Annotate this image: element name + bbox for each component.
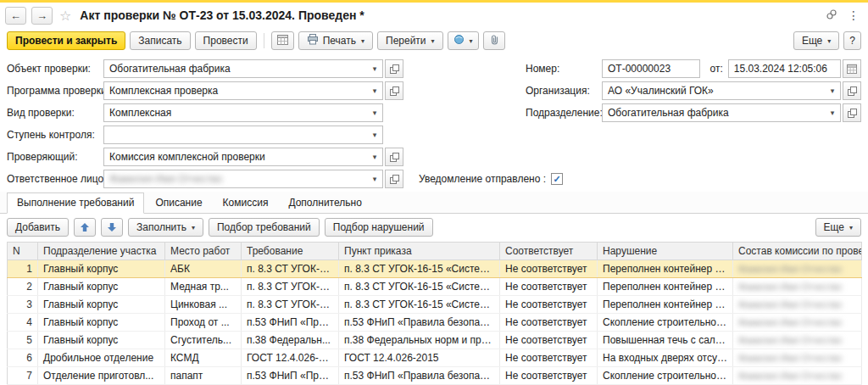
cell-req[interactable]: п.38 Федеральн... <box>242 332 339 349</box>
cell-n[interactable]: 1 <box>8 260 38 278</box>
cell-place[interactable]: папапт <box>165 367 242 385</box>
tab-additional[interactable]: Дополнительно <box>279 193 370 213</box>
col-header-violation[interactable]: Нарушение <box>598 243 733 260</box>
open-button[interactable] <box>385 170 403 188</box>
cell-n[interactable]: 5 <box>8 332 38 349</box>
table-row[interactable]: 6Дробильное отделениеКСМДГОСТ 12.4.026-2… <box>8 349 862 367</box>
table-row[interactable]: 1Главный корпусАБКп. 8.3 СТ УГОК-1...п. … <box>8 260 862 278</box>
cell-match[interactable]: Не соответствует <box>500 260 598 278</box>
cell-order[interactable]: ГОСТ 12.4.026-2015 <box>339 349 500 367</box>
notification-sent-checkbox[interactable]: ✓ <box>551 173 563 185</box>
move-down-button[interactable] <box>101 218 123 237</box>
cell-commission[interactable]: Фамилия Имя Отчество <box>733 260 862 278</box>
cell-match[interactable]: Не соответствует <box>500 278 598 296</box>
cell-violation[interactable]: Переполнен контейнер дл... <box>598 296 733 314</box>
favorite-star-icon[interactable]: ☆ <box>59 8 71 24</box>
pick-violations-button[interactable]: Подбор нарушений <box>325 218 433 237</box>
col-header-order-item[interactable]: Пункт приказа <box>339 243 500 260</box>
back-button[interactable]: ← <box>5 7 26 25</box>
add-row-button[interactable]: Добавить <box>7 218 69 237</box>
dropdown-icon[interactable]: ▾ <box>826 109 838 117</box>
organization-input[interactable]: АО «Учалинский ГОК» ▾ <box>602 81 841 100</box>
dropdown-icon[interactable]: ▾ <box>369 109 381 117</box>
cell-violation[interactable]: Скопление строительного ... <box>598 367 733 385</box>
dropdown-icon[interactable]: ▾ <box>826 86 838 95</box>
dropdown-icon[interactable]: ▾ <box>369 175 381 183</box>
tab-requirements[interactable]: Выполнение требований <box>7 192 144 214</box>
open-button[interactable] <box>385 81 403 100</box>
open-button[interactable] <box>385 59 403 78</box>
cell-commission[interactable]: Фамилия Имя Отчество <box>733 367 862 385</box>
cell-n[interactable]: 2 <box>8 278 38 296</box>
responsible-input[interactable]: Фамилия Имя Отчество ▾ <box>103 170 383 188</box>
cell-order[interactable]: п.53 ФНиП «Правила безопасно... <box>339 367 500 385</box>
program-input[interactable]: Комплексная проверка ▾ <box>103 81 383 100</box>
dropdown-icon[interactable]: ▾ <box>369 131 381 139</box>
link-icon[interactable] <box>826 8 837 23</box>
tab-commission[interactable]: Комиссия <box>214 193 278 213</box>
col-header-conformity[interactable]: Соответствует <box>500 243 598 260</box>
cell-commission[interactable]: Фамилия Имя Отчество <box>733 278 862 296</box>
cell-req[interactable]: п. 8.3 СТ УГОК-1... <box>242 260 339 278</box>
cell-place[interactable]: Цинковая ... <box>165 296 242 314</box>
table-more-button[interactable]: Еще ▾ <box>815 218 861 237</box>
open-button[interactable] <box>843 103 861 122</box>
cell-dept[interactable]: Отделение приготовл... <box>38 367 165 385</box>
cell-violation[interactable]: Скопление строительного ... <box>598 314 733 332</box>
cell-order[interactable]: п. 8.3 СТ УГОК-16-15 «Система ... <box>339 278 500 296</box>
more-button[interactable]: Еще ▾ <box>793 31 839 50</box>
cell-order[interactable]: п. 8.3 СТ УГОК-16-15 «Система ... <box>339 296 500 314</box>
cell-commission[interactable]: Фамилия Имя Отчество <box>733 296 862 314</box>
cell-match[interactable]: Не соответствует <box>500 367 598 385</box>
open-button[interactable] <box>843 81 861 100</box>
inspector-input[interactable]: Комиссия комплексной проверки ▾ <box>103 148 383 166</box>
col-header-commission[interactable]: Состав комиссии по проверке <box>733 243 862 260</box>
cell-violation[interactable]: Повышенная течь с сальн... <box>598 332 733 349</box>
col-header-n[interactable]: N <box>8 243 38 260</box>
fill-button[interactable]: Заполнить ▾ <box>128 218 203 237</box>
cell-violation[interactable]: Переполнен контейнер дл... <box>598 278 733 296</box>
kind-input[interactable]: Комплексная ▾ <box>103 103 383 122</box>
cell-n[interactable]: 7 <box>8 367 38 385</box>
cell-req[interactable]: п.53 ФНиП «Прав... <box>242 314 339 332</box>
cell-req[interactable]: п. 8.3 СТ УГОК-1... <box>242 296 339 314</box>
forward-button[interactable]: → <box>31 7 53 25</box>
dropdown-icon[interactable]: ▾ <box>369 64 381 73</box>
cell-place[interactable]: Проход от ... <box>165 314 242 332</box>
cell-dept[interactable]: Главный корпус <box>38 260 165 278</box>
cell-place[interactable]: Медная тр... <box>165 278 242 296</box>
cell-n[interactable]: 4 <box>8 314 38 332</box>
number-input[interactable]: ОТ-00000023 <box>602 59 700 78</box>
cell-dept[interactable]: Дробильное отделение <box>38 349 165 367</box>
print-button[interactable]: Печать ▾ <box>298 31 373 50</box>
cell-place[interactable]: Сгуститель... <box>165 332 242 349</box>
create-based-on-button[interactable]: ▾ <box>448 31 479 50</box>
date-input[interactable]: 15.03.2024 12:05:06 <box>728 59 841 78</box>
kebab-menu-icon[interactable]: ⋮ <box>848 8 860 22</box>
object-input[interactable]: Обогатительная фабрика ▾ <box>103 59 383 78</box>
col-header-workplace[interactable]: Место работ <box>165 243 242 260</box>
calendar-button[interactable] <box>843 59 861 78</box>
cell-commission[interactable]: Фамилия Имя Отчество <box>733 332 862 349</box>
table-row[interactable]: 7Отделение приготовл...папаптп.53 ФНиП «… <box>8 367 862 385</box>
cell-dept[interactable]: Главный корпус <box>38 314 165 332</box>
table-row[interactable]: 5Главный корпусСгуститель...п.38 Федерал… <box>8 332 862 349</box>
cell-match[interactable]: Не соответствует <box>500 296 598 314</box>
table-row[interactable]: 2Главный корпусМедная тр...п. 8.3 СТ УГО… <box>8 278 862 296</box>
cell-order[interactable]: п.53 ФНиП «Правила безопасно... <box>339 314 500 332</box>
cell-dept[interactable]: Главный корпус <box>38 296 165 314</box>
cell-match[interactable]: Не соответствует <box>500 314 598 332</box>
department-input[interactable]: Обогатительная фабрика ▾ <box>602 103 841 122</box>
cell-commission[interactable]: Фамилия Имя Отчество <box>733 349 862 367</box>
table-row[interactable]: 3Главный корпусЦинковая ...п. 8.3 СТ УГО… <box>8 296 862 314</box>
dropdown-icon[interactable]: ▾ <box>369 86 381 95</box>
cell-match[interactable]: Не соответствует <box>500 332 598 349</box>
cell-n[interactable]: 6 <box>8 349 38 367</box>
cell-n[interactable]: 3 <box>8 296 38 314</box>
control-level-input[interactable]: ▾ <box>103 126 383 144</box>
table-row[interactable]: 4Главный корпусПроход от ...п.53 ФНиП «П… <box>8 314 862 332</box>
cell-commission[interactable]: Фамилия Имя Отчество <box>733 314 862 332</box>
cell-violation[interactable]: Переполнен контейнер дл... <box>598 260 733 278</box>
write-button[interactable]: Записать <box>130 31 190 50</box>
cell-order[interactable]: п.38 Федеральных норм и прави... <box>339 332 500 349</box>
